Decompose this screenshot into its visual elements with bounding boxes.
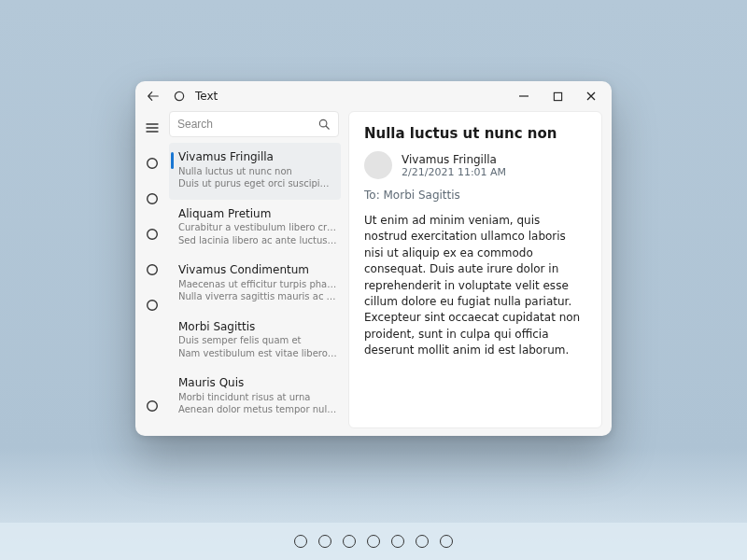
taskbar-item[interactable]: [367, 535, 380, 548]
list-item[interactable]: Mauris QuisMorbi tincidunt risus at urna…: [169, 369, 346, 426]
list-item-subtitle: Curabitur a vestibulum libero cras: [178, 221, 337, 234]
nav-item-1[interactable]: [143, 154, 162, 173]
list-item-preview: Duis ut purus eget orci suscipit malesua…: [178, 177, 331, 190]
taskbar-item[interactable]: [294, 535, 307, 548]
nav-item-5[interactable]: [143, 296, 162, 315]
nav-item-2[interactable]: [143, 189, 162, 208]
avatar: [364, 151, 392, 179]
taskbar-item[interactable]: [416, 535, 429, 548]
app-icon: [169, 86, 190, 106]
taskbar-item[interactable]: [343, 535, 356, 548]
titlebar: Text: [135, 81, 612, 111]
taskbar-item[interactable]: [391, 535, 404, 548]
nav-item-bottom[interactable]: [143, 397, 162, 415]
hamburger-icon[interactable]: [143, 119, 162, 137]
detail-date: 2/21/2021 11:01 AM: [402, 166, 506, 178]
detail-body: Ut enim ad minim veniam, quis nostrud ex…: [364, 213, 586, 359]
maximize-button[interactable]: [541, 83, 574, 109]
svg-point-7: [148, 401, 158, 412]
detail-to-label: To:: [364, 189, 380, 202]
list-item-title: Mauris Quis: [178, 376, 337, 391]
list-item-preview: Nam vestibulum est vitae libero finibus …: [178, 347, 337, 360]
taskbar: [0, 523, 747, 560]
message-list-column: Vivamus FringillaNulla luctus ut nunc no…: [169, 111, 346, 428]
nav-rail: [135, 111, 169, 428]
svg-point-3: [148, 194, 158, 204]
list-item-subtitle: Morbi tincidunt risus at urna: [178, 391, 337, 404]
list-item-subtitle: Maecenas ut efficitur turpis phasellus: [178, 278, 337, 291]
search-input[interactable]: [177, 118, 317, 131]
list-item-title: Vivamus Condimentum: [178, 263, 337, 278]
list-item-title: Aliquam Pretium: [178, 207, 337, 222]
list-item[interactable]: Vivamus CondimentumMaecenas ut efficitur…: [169, 256, 346, 313]
list-item[interactable]: Aliquam PretiumCurabitur a vestibulum li…: [169, 200, 346, 257]
search-icon: [317, 118, 331, 131]
detail-to-value: Morbi Sagittis: [384, 189, 460, 202]
back-button[interactable]: [143, 86, 163, 106]
svg-point-2: [148, 159, 158, 169]
taskbar-item[interactable]: [440, 535, 453, 548]
window-title: Text: [195, 90, 218, 103]
svg-point-4: [148, 230, 158, 240]
search-field[interactable]: [169, 111, 339, 137]
detail-title: Nulla luctus ut nunc non: [364, 125, 586, 142]
app-window: Text: [135, 81, 612, 436]
svg-point-6: [148, 301, 158, 311]
svg-rect-1: [554, 92, 561, 100]
nav-item-3[interactable]: [143, 225, 162, 244]
detail-sender: Vivamus Fringilla: [402, 153, 506, 166]
minimize-button[interactable]: [507, 83, 541, 109]
list-item-title: Vivamus Fringilla: [178, 150, 331, 165]
message-list: Vivamus FringillaNulla luctus ut nunc no…: [169, 143, 346, 428]
detail-pane: Nulla luctus ut nunc non Vivamus Fringil…: [348, 111, 602, 428]
list-item-preview: Nulla viverra sagittis mauris ac convall…: [178, 290, 337, 303]
list-item-title: Morbi Sagittis: [178, 320, 337, 335]
list-item[interactable]: Morbi SagittisDuis semper felis quam etN…: [169, 313, 346, 370]
list-item-subtitle: Duis semper felis quam et: [178, 334, 337, 347]
svg-point-5: [148, 265, 158, 275]
taskbar-item[interactable]: [318, 535, 331, 548]
detail-to: To: Morbi Sagittis: [364, 189, 586, 202]
list-item-preview: Sed lacinia libero ac ante luctus nec in…: [178, 234, 337, 247]
close-button[interactable]: [574, 83, 608, 109]
list-item-preview: Aenean dolor metus tempor nulla ac dapib…: [178, 403, 337, 416]
svg-point-0: [175, 91, 183, 100]
list-item[interactable]: Vivamus FringillaNulla luctus ut nunc no…: [169, 143, 341, 200]
nav-item-4[interactable]: [143, 260, 162, 279]
list-item[interactable]: Nulla ErosCras sit amet velit anteEtiam …: [169, 426, 346, 428]
list-item-subtitle: Nulla luctus ut nunc non: [178, 165, 331, 178]
